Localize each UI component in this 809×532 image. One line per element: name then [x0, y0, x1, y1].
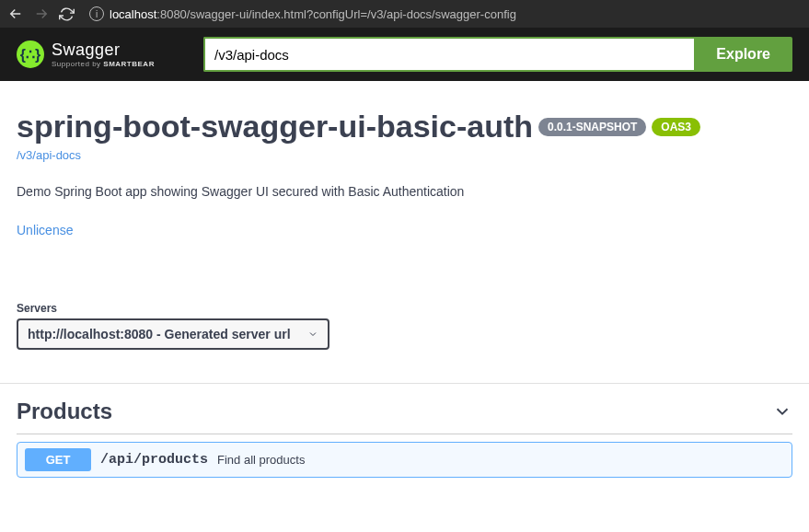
- forward-icon[interactable]: [33, 6, 50, 22]
- reload-icon[interactable]: [59, 6, 75, 22]
- tag-name: Products: [17, 399, 112, 424]
- oas-badge: OAS3: [652, 118, 700, 136]
- back-icon[interactable]: [7, 6, 24, 22]
- swagger-logo-subtext: Supported by SMARTBEAR: [52, 60, 155, 68]
- tag-header-products[interactable]: Products: [17, 384, 792, 434]
- operation-get-products[interactable]: GET /api/products Find all products: [17, 442, 792, 478]
- tag-divider: [17, 434, 792, 434]
- api-title: spring-boot-swagger-ui-basic-auth: [17, 109, 533, 145]
- operation-path: /api/products: [100, 452, 208, 468]
- swagger-logo-icon: {∴}: [17, 40, 44, 68]
- chevron-down-icon: [307, 329, 318, 340]
- servers-label: Servers: [17, 302, 792, 315]
- browser-address-bar: i localhost:8080/swagger-ui/index.html?c…: [0, 0, 809, 28]
- api-description: Demo Spring Boot app showing Swagger UI …: [17, 184, 792, 199]
- chevron-down-icon: [772, 401, 792, 422]
- swagger-logo-text: Swagger: [52, 40, 155, 60]
- servers-selected-value: http://localhost:8080 - Generated server…: [28, 327, 291, 341]
- spec-url-form: Explore: [203, 37, 792, 72]
- license-link[interactable]: Unlicense: [17, 223, 73, 237]
- url-path: :8080/swagger-ui/index.html?configUrl=/v…: [156, 7, 516, 21]
- api-docs-link[interactable]: /v3/api-docs: [17, 148, 81, 162]
- swagger-logo[interactable]: {∴} Swagger Supported by SMARTBEAR: [17, 40, 155, 68]
- explore-button[interactable]: Explore: [694, 37, 792, 72]
- main-content: spring-boot-swagger-ui-basic-auth 0.0.1-…: [0, 81, 809, 494]
- http-method-badge: GET: [25, 448, 91, 471]
- servers-select[interactable]: http://localhost:8080 - Generated server…: [17, 318, 329, 350]
- url-host: localhost: [110, 7, 156, 21]
- operation-summary: Find all products: [217, 453, 305, 467]
- site-info-icon[interactable]: i: [89, 6, 104, 21]
- spec-url-input[interactable]: [203, 37, 694, 72]
- version-badge: 0.0.1-SNAPSHOT: [538, 118, 646, 136]
- swagger-topbar: {∴} Swagger Supported by SMARTBEAR Explo…: [0, 28, 809, 81]
- url-display[interactable]: i localhost:8080/swagger-ui/index.html?c…: [84, 6, 802, 21]
